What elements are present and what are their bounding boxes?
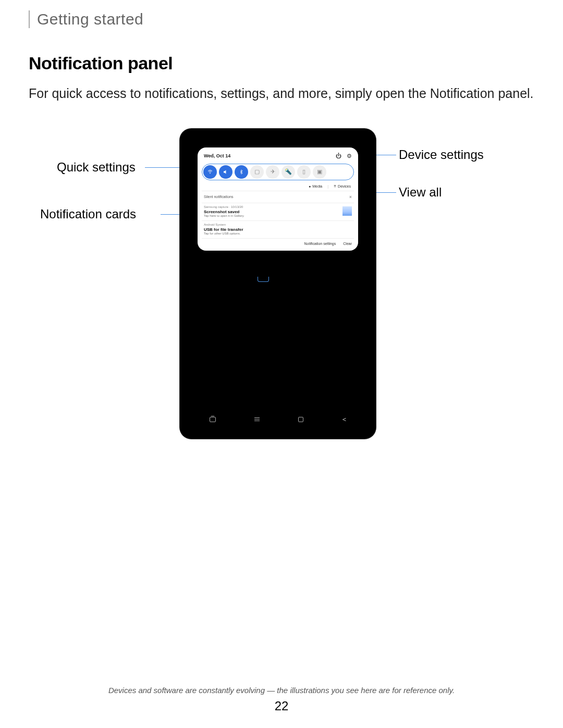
svg-point-0: [210, 172, 211, 173]
notification-card[interactable]: Samsung capture · 10/13/20 Screenshot sa…: [202, 203, 354, 220]
page-number: 22: [0, 699, 563, 713]
devices-button[interactable]: ⠿ Devices: [334, 184, 351, 189]
home-icon[interactable]: [298, 417, 303, 422]
wifi-icon[interactable]: [203, 165, 217, 179]
media-button[interactable]: ● Media: [309, 184, 322, 189]
menu-icon[interactable]: [254, 417, 260, 421]
tablet-mockup: Wed, Oct 14 ⏻ ⚙ ▢ ✈ 🔦 ▯: [180, 129, 376, 439]
battery-icon[interactable]: ▯: [297, 165, 311, 179]
notification-title: Screenshot saved: [204, 209, 352, 214]
clear-button[interactable]: Clear: [343, 242, 352, 245]
flashlight-icon[interactable]: 🔦: [282, 165, 295, 179]
notification-card[interactable]: Android System USB for file transfer Tap…: [202, 220, 354, 238]
screenshot-icon[interactable]: ▣: [313, 165, 326, 179]
notification-settings-link[interactable]: Notification settings: [304, 242, 336, 245]
quick-settings-row: ▢ ✈ 🔦 ▯ ▣: [202, 164, 354, 180]
notification-panel: Wed, Oct 14 ⏻ ⚙ ▢ ✈ 🔦 ▯: [198, 147, 358, 251]
devices-label: Devices: [338, 184, 351, 188]
notification-title: USB for file transfer: [204, 227, 352, 232]
callout-view-all: View all: [399, 185, 442, 200]
sound-icon[interactable]: [219, 165, 232, 179]
footnote: Devices and software are constantly evol…: [0, 686, 563, 695]
rotate-icon[interactable]: ▢: [250, 165, 264, 179]
intro-text: For quick access to notifications, setti…: [29, 85, 534, 103]
bluetooth-icon[interactable]: [235, 165, 248, 179]
notification-source: Samsung capture · 10/13/20: [204, 205, 352, 208]
tablet-screen: Wed, Oct 14 ⏻ ⚙ ▢ ✈ 🔦 ▯: [190, 144, 365, 423]
back-icon[interactable]: <: [342, 416, 346, 423]
android-navbar: <: [190, 412, 365, 427]
notification-subtitle: Tap for other USB options.: [204, 232, 352, 235]
notification-source: Android System: [204, 223, 352, 226]
power-icon[interactable]: ⏻: [336, 153, 341, 159]
screenshot-thumbnail: [342, 206, 352, 216]
notification-subtitle: Tap here to open it in Gallery.: [204, 214, 352, 217]
media-label: Media: [312, 184, 322, 188]
callout-quick-settings: Quick settings: [57, 160, 136, 175]
recents-icon[interactable]: [210, 417, 216, 422]
close-icon[interactable]: ×: [349, 194, 352, 200]
view-all-handle[interactable]: [258, 277, 269, 282]
section-title: Notification panel: [29, 53, 534, 73]
gear-icon[interactable]: ⚙: [347, 153, 352, 159]
callout-device-settings: Device settings: [399, 147, 484, 162]
illustration: Quick settings Notification cards Device…: [29, 129, 534, 462]
callout-notification-cards: Notification cards: [40, 207, 136, 221]
breadcrumb: Getting started: [29, 10, 534, 28]
silent-notifications-label: Silent notifications: [204, 195, 233, 199]
airplane-icon[interactable]: ✈: [266, 165, 279, 179]
panel-date: Wed, Oct 14: [204, 153, 230, 158]
